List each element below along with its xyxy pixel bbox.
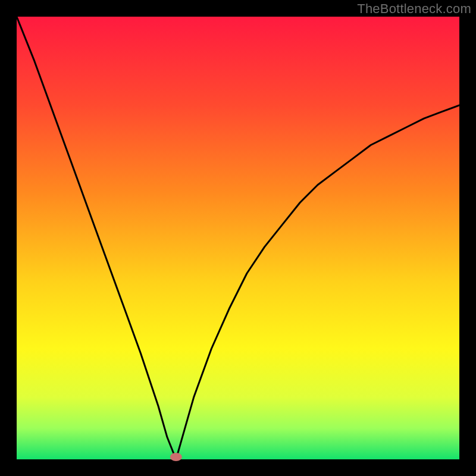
watermark-text: TheBottleneck.com bbox=[357, 1, 471, 17]
optimum-marker bbox=[170, 453, 182, 461]
chart-container: TheBottleneck.com bbox=[0, 0, 476, 476]
chart-background bbox=[17, 17, 459, 459]
bottleneck-chart bbox=[0, 0, 476, 476]
